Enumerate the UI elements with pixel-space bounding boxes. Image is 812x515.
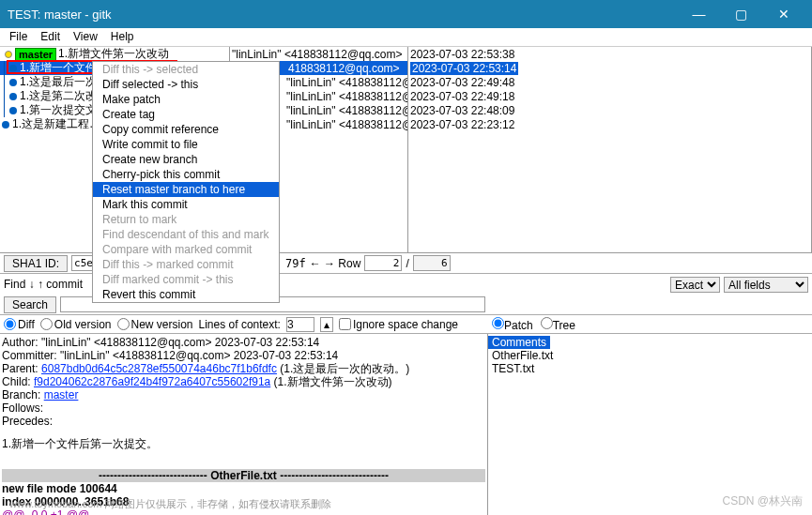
date-cell-selected: 2023-07-03 22:53:14: [408, 61, 811, 75]
head-bullet-icon: [5, 51, 12, 58]
branch-link[interactable]: master: [44, 388, 79, 401]
sha-label: SHA1 ID:: [4, 255, 68, 272]
ignore-space-check[interactable]: Ignore space change: [339, 318, 458, 331]
ctx-find-descendant: Find descendant of this and mark: [93, 227, 279, 242]
ctx-return-mark: Return to mark: [93, 212, 279, 227]
find-exact-select[interactable]: Exact: [670, 277, 720, 293]
commit-bullet-icon: [9, 79, 17, 86]
file-list-pane: Patch Tree Comments OtherFile.txt TEST.t…: [488, 334, 812, 515]
diff-view[interactable]: Author: "linLinLin" <418838112@qq.com> 2…: [0, 334, 488, 515]
graph-line: [4, 75, 5, 89]
graph-line: [4, 89, 5, 103]
commit-bullet-icon: [9, 93, 17, 100]
date-cell: 2023-07-03 22:49:18: [408, 89, 811, 103]
search-button[interactable]: Search: [4, 296, 56, 313]
date-cell: 2023-07-03 22:49:48: [408, 75, 811, 89]
author-cell: "linLinLin" <418838112@qq.com>: [230, 47, 407, 61]
oldver-radio[interactable]: Old version: [40, 318, 112, 331]
row-total-input: [413, 255, 451, 271]
minimize-button[interactable]: —: [678, 0, 720, 28]
lines-context-label: Lines of context:: [199, 318, 281, 331]
ctx-diff-this-marked: Diff this -> marked commit: [93, 257, 279, 272]
menubar: File Edit View Help: [0, 28, 812, 47]
menu-edit[interactable]: Edit: [40, 30, 60, 44]
newver-radio[interactable]: New version: [117, 318, 193, 331]
commit-bullet-icon: [2, 121, 9, 129]
row-current-input[interactable]: [364, 255, 402, 271]
meta-child: Child: f9d204062c2876a9f24b4f972a6407c55…: [2, 375, 485, 388]
menu-view[interactable]: View: [73, 30, 98, 44]
diff-line: new file mode 100644: [2, 482, 485, 495]
meta-parent: Parent: 6087bdb0d64c5c2878ef550074a46bc7…: [2, 362, 485, 375]
diff-radio[interactable]: Diff: [4, 318, 35, 331]
tree-radio[interactable]: Tree: [541, 317, 575, 332]
lines-context-input[interactable]: [286, 317, 314, 332]
branch-tag: master: [15, 48, 56, 61]
csdn-attribution: CSDN @林兴南: [722, 493, 803, 509]
file-item[interactable]: TEST.txt: [488, 362, 812, 375]
parent-link[interactable]: 6087bdb0d64c5c2878ef550074a46bc7f1b6fdfc: [41, 362, 277, 375]
lower-pane: Author: "linLinLin" <418838112@qq.com> 2…: [0, 334, 812, 515]
file-list: Comments OtherFile.txt TEST.txt: [488, 336, 812, 375]
ctx-copy-commit-ref[interactable]: Copy commit reference: [93, 122, 279, 137]
ctx-create-tag[interactable]: Create tag: [93, 107, 279, 122]
menu-help[interactable]: Help: [111, 30, 134, 44]
meta-author: Author: "linLinLin" <418838112@qq.com> 2…: [2, 336, 485, 349]
watermark-text: www.toymoban.com 网络图片仅供展示，非存储，如有侵权请联系删除: [9, 497, 331, 511]
meta-precedes: Precedes:: [2, 415, 485, 428]
ctx-revert-commit[interactable]: Revert this commit: [93, 287, 279, 302]
diff-file-header: ----------------------------- OtherFile.…: [2, 469, 485, 482]
ctx-reset-branch[interactable]: Reset master branch to here: [93, 182, 279, 197]
ctx-cherry-pick[interactable]: Cherry-pick this commit: [93, 167, 279, 182]
commit-subject: 1.这是新建工程…: [12, 116, 100, 132]
sha-tail: 79f: [285, 257, 306, 270]
file-comments[interactable]: Comments: [488, 336, 550, 349]
find-fields-select[interactable]: All fields: [724, 277, 808, 293]
ctx-mark-commit[interactable]: Mark this commit: [93, 197, 279, 212]
meta-branch: Branch: master: [2, 388, 485, 401]
date-cell: 2023-07-03 22:53:38: [408, 47, 811, 61]
ctx-diff-marked-this: Diff marked commit -> this: [93, 272, 279, 287]
menu-file[interactable]: File: [9, 30, 27, 44]
file-item[interactable]: OtherFile.txt: [488, 349, 812, 362]
close-button[interactable]: ✕: [762, 0, 804, 28]
date-cell: 2023-07-03 22:23:12: [408, 117, 811, 131]
patch-radio[interactable]: Patch: [492, 317, 533, 332]
ctx-create-branch[interactable]: Create new branch: [93, 152, 279, 167]
context-menu: Diff this -> selected Diff selected -> t…: [92, 61, 280, 303]
date-cell: 2023-07-03 22:48:09: [408, 103, 811, 117]
commit-bullet-icon: [9, 107, 17, 114]
commit-bullet-icon: [9, 65, 17, 72]
meta-committer: Committer: "linLinLin" <418838112@qq.com…: [2, 349, 485, 362]
graph-line: [4, 103, 5, 117]
ctx-write-commit-file[interactable]: Write commit to file: [93, 137, 279, 152]
row-sep: /: [406, 257, 408, 270]
meta-follows: Follows:: [2, 401, 485, 415]
spinner-icon[interactable]: ▴: [320, 317, 333, 332]
find-label: Find ↓ ↑ commit: [4, 278, 83, 291]
meta-subject: 1.新增一个文件后第一次提交。: [2, 437, 485, 450]
row-label: ← → Row: [310, 257, 361, 270]
graph-line: [4, 61, 5, 75]
ctx-diff-this-selected: Diff this -> selected: [93, 62, 279, 77]
titlebar: TEST: master - gitk — ▢ ✕: [0, 0, 812, 28]
commit-row[interactable]: master 1.新增文件第一次改动: [0, 47, 229, 61]
child-link[interactable]: f9d204062c2876a9f24b4f972a6407c55602f91a: [34, 375, 270, 388]
date-column: 2023-07-03 22:53:38 2023-07-03 22:53:14 …: [408, 47, 812, 252]
window-title: TEST: master - gitk: [8, 8, 678, 22]
ctx-compare-marked: Compare with marked commit: [93, 242, 279, 257]
ctx-diff-selected-this[interactable]: Diff selected -> this: [93, 77, 279, 92]
maximize-button[interactable]: ▢: [720, 0, 762, 28]
ctx-make-patch[interactable]: Make patch: [93, 92, 279, 107]
